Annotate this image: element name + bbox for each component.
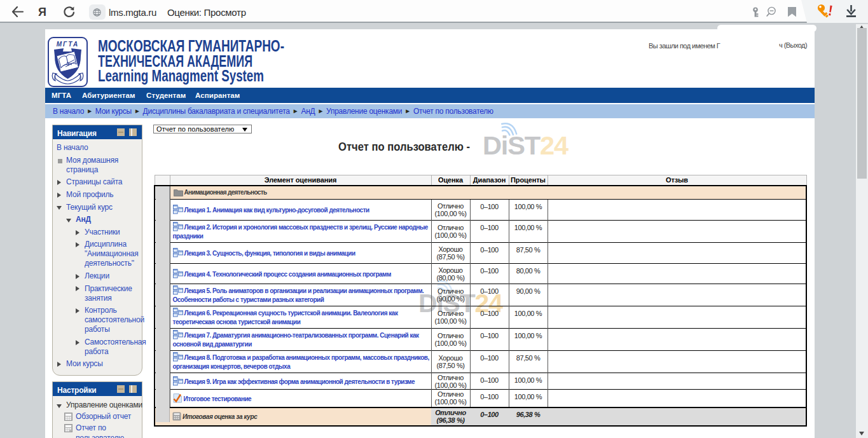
svg-text:МГТА: МГТА xyxy=(57,41,79,48)
